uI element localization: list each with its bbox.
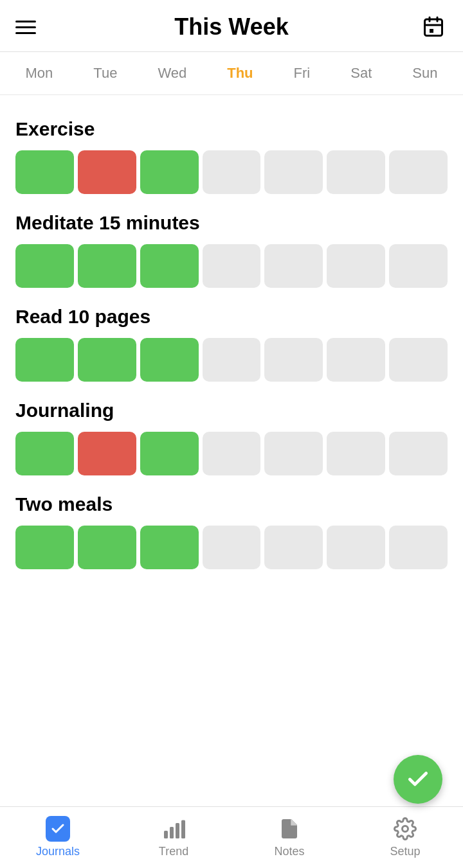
- main-content: ExerciseMeditate 15 minutesRead 10 pages…: [0, 95, 463, 646]
- bar-cell[interactable]: [327, 526, 385, 569]
- bar-cell[interactable]: [327, 244, 385, 288]
- nav-item-setup[interactable]: Setup: [354, 817, 457, 858]
- bar-cell[interactable]: [78, 338, 136, 382]
- nav-label: Setup: [390, 845, 420, 858]
- fab-button[interactable]: [394, 755, 442, 804]
- bar-cell[interactable]: [15, 432, 74, 475]
- bar-cell[interactable]: [15, 150, 74, 194]
- habit-title: Meditate 15 minutes: [15, 212, 448, 234]
- day-tab-tue[interactable]: Tue: [88, 62, 122, 84]
- bar-cell[interactable]: [264, 526, 323, 569]
- svg-rect-5: [164, 831, 168, 838]
- bar-cell[interactable]: [15, 244, 74, 288]
- svg-rect-7: [176, 823, 179, 838]
- habit-section: Two meals: [15, 493, 448, 569]
- day-tabs: MonTueWedThuFriSatSun: [0, 52, 463, 95]
- bar-cell[interactable]: [203, 526, 261, 569]
- journals-icon: [46, 817, 70, 841]
- notes-icon: [277, 817, 302, 841]
- day-tab-sat[interactable]: Sat: [345, 62, 377, 84]
- habit-bar: [15, 150, 448, 194]
- habit-section: Read 10 pages: [15, 306, 448, 382]
- nav-item-trend[interactable]: Trend: [122, 817, 225, 858]
- bar-cell[interactable]: [140, 244, 199, 288]
- habit-bar: [15, 338, 448, 382]
- menu-button[interactable]: [15, 13, 44, 41]
- bar-cell[interactable]: [140, 338, 199, 382]
- trend-icon: [161, 817, 186, 841]
- svg-rect-4: [430, 29, 433, 33]
- habit-section: Exercise: [15, 118, 448, 194]
- bar-cell[interactable]: [203, 432, 261, 475]
- bar-cell[interactable]: [140, 432, 199, 475]
- bar-cell[interactable]: [389, 338, 448, 382]
- bar-cell[interactable]: [78, 150, 136, 194]
- nav-label: Journals: [36, 845, 80, 858]
- bar-cell[interactable]: [203, 150, 261, 194]
- habit-section: Meditate 15 minutes: [15, 212, 448, 288]
- bar-cell[interactable]: [78, 432, 136, 475]
- habit-section: Journaling: [15, 400, 448, 475]
- bar-cell[interactable]: [264, 432, 323, 475]
- habit-bar: [15, 526, 448, 569]
- bar-cell[interactable]: [15, 338, 74, 382]
- nav-label: Notes: [274, 845, 304, 858]
- bar-cell[interactable]: [327, 150, 385, 194]
- svg-rect-0: [425, 19, 442, 36]
- bar-cell[interactable]: [264, 244, 323, 288]
- bar-cell[interactable]: [264, 150, 323, 194]
- day-tab-thu[interactable]: Thu: [222, 62, 258, 84]
- bar-cell[interactable]: [203, 244, 261, 288]
- bottom-nav: Journals Trend Notes Setup: [0, 806, 463, 868]
- svg-point-9: [403, 826, 408, 832]
- habit-bar: [15, 244, 448, 288]
- nav-item-journals[interactable]: Journals: [6, 817, 109, 858]
- page-title: This Week: [174, 13, 288, 40]
- svg-rect-8: [181, 820, 185, 839]
- bar-cell[interactable]: [327, 432, 385, 475]
- bar-cell[interactable]: [78, 244, 136, 288]
- bar-cell[interactable]: [203, 338, 261, 382]
- habit-bar: [15, 432, 448, 475]
- bar-cell[interactable]: [327, 338, 385, 382]
- bar-cell[interactable]: [389, 526, 448, 569]
- habit-title: Exercise: [15, 118, 448, 140]
- nav-label: Trend: [159, 845, 188, 858]
- day-tab-mon[interactable]: Mon: [21, 62, 59, 84]
- setup-icon: [393, 817, 417, 841]
- habit-title: Two meals: [15, 493, 448, 515]
- bar-cell[interactable]: [78, 526, 136, 569]
- day-tab-sun[interactable]: Sun: [407, 62, 442, 84]
- svg-rect-6: [170, 827, 174, 838]
- habit-title: Journaling: [15, 400, 448, 421]
- day-tab-fri[interactable]: Fri: [289, 62, 316, 84]
- bar-cell[interactable]: [15, 526, 74, 569]
- bar-cell[interactable]: [389, 244, 448, 288]
- day-tab-wed[interactable]: Wed: [152, 62, 192, 84]
- calendar-button[interactable]: [419, 13, 448, 41]
- bar-cell[interactable]: [140, 526, 199, 569]
- bar-cell[interactable]: [389, 150, 448, 194]
- habit-title: Read 10 pages: [15, 306, 448, 328]
- bar-cell[interactable]: [140, 150, 199, 194]
- bar-cell[interactable]: [389, 432, 448, 475]
- header: This Week: [0, 0, 463, 52]
- nav-item-notes[interactable]: Notes: [238, 817, 341, 858]
- bar-cell[interactable]: [264, 338, 323, 382]
